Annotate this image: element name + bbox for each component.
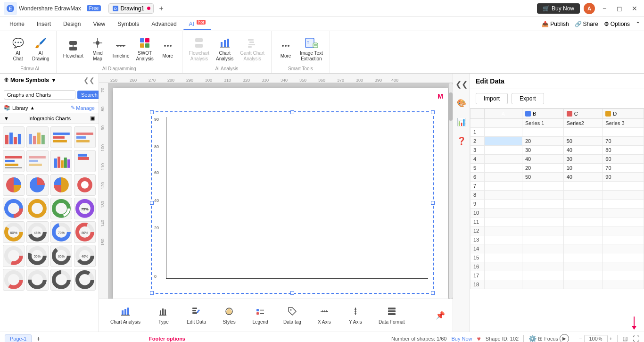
options-button[interactable]: ⚙ Options bbox=[604, 21, 630, 27]
scrollbar-thumb-v[interactable] bbox=[449, 92, 453, 121]
cell-r9-c1[interactable] bbox=[485, 200, 522, 209]
cell-r3-c2[interactable]: 30 bbox=[522, 146, 564, 155]
help-icon[interactable]: ❓ bbox=[455, 134, 468, 147]
cell-r18-c0[interactable]: 18 bbox=[471, 280, 485, 289]
cell-r13-c2[interactable] bbox=[522, 235, 564, 244]
tab-home[interactable]: Home bbox=[4, 19, 30, 29]
chart-thumb-18[interactable]: 45% bbox=[26, 221, 48, 243]
cell-r5-c3[interactable]: 10 bbox=[563, 164, 603, 173]
cell-r14-c2[interactable] bbox=[522, 244, 564, 253]
cell-r5-c4[interactable]: 70 bbox=[603, 164, 644, 173]
minimize-button[interactable]: − bbox=[599, 3, 610, 14]
settings-icon[interactable]: ⚙️ bbox=[528, 335, 537, 342]
cell-r12-c4[interactable] bbox=[603, 226, 644, 235]
add-page-button[interactable]: + bbox=[33, 334, 43, 342]
chart-thumb-15[interactable] bbox=[50, 198, 72, 219]
zoom-level[interactable]: 100% bbox=[584, 335, 608, 342]
cell-r17-c0[interactable]: 17 bbox=[471, 271, 485, 280]
toolbar-chart-analysis[interactable]: Chart Analysis bbox=[107, 305, 144, 326]
image-text-extraction-button[interactable]: T Image TextExtraction bbox=[297, 34, 326, 64]
timeline-button[interactable]: Timeline bbox=[109, 37, 132, 61]
add-tab-button[interactable]: + bbox=[156, 3, 167, 14]
cell-r17-c4[interactable] bbox=[603, 271, 644, 280]
cell-r15-c3[interactable] bbox=[563, 253, 603, 262]
tab-advanced[interactable]: Advanced bbox=[146, 19, 182, 29]
flowchart-button[interactable]: Flowchart bbox=[60, 37, 86, 61]
chart-thumb-28[interactable] bbox=[74, 269, 96, 291]
chart-thumb-1[interactable] bbox=[3, 126, 25, 148]
cell-r6-c4[interactable]: 90 bbox=[603, 173, 644, 182]
expand-collapse-icon[interactable]: ❮❮ bbox=[455, 77, 468, 91]
cell-r9-c0[interactable]: 9 bbox=[471, 200, 485, 209]
cell-r18-c1[interactable] bbox=[485, 280, 522, 289]
more-symbols-button[interactable]: ⁜ More Symbols ▼ bbox=[4, 77, 57, 83]
handle-tr[interactable] bbox=[431, 110, 435, 114]
chart-thumb-5[interactable] bbox=[3, 150, 25, 172]
cell-r8-c0[interactable]: 8 bbox=[471, 191, 485, 200]
chart-panel-icon[interactable]: 📊 bbox=[455, 115, 468, 128]
chart-thumb-17[interactable]: 60% bbox=[3, 221, 25, 243]
cell-r17-c2[interactable] bbox=[522, 271, 564, 280]
cell-r12-c1[interactable] bbox=[485, 226, 522, 235]
cell-r8-c3[interactable] bbox=[563, 191, 603, 200]
cell-r3-c0[interactable]: 3 bbox=[471, 146, 485, 155]
cell-r2-c3[interactable]: 50 bbox=[563, 137, 603, 146]
tab-insert[interactable]: Insert bbox=[31, 19, 57, 29]
cell-r4-c1[interactable] bbox=[485, 155, 522, 164]
cell-r7-c1[interactable] bbox=[485, 182, 522, 191]
cell-r17-c1[interactable] bbox=[485, 271, 522, 280]
chart-thumb-27[interactable] bbox=[50, 269, 72, 291]
cell-r18-c4[interactable] bbox=[603, 280, 644, 289]
cell-r10-c3[interactable] bbox=[563, 209, 603, 217]
cell-r8-c1[interactable] bbox=[485, 191, 522, 200]
cell-r7-c4[interactable] bbox=[603, 182, 644, 191]
chart-thumb-9[interactable] bbox=[3, 174, 25, 196]
search-input[interactable] bbox=[4, 90, 75, 100]
col-header-a[interactable]: A bbox=[485, 109, 522, 119]
cell-r18-c3[interactable] bbox=[563, 280, 603, 289]
cell-r16-c2[interactable] bbox=[522, 262, 564, 271]
toolbar-y-axis[interactable]: Y Axis bbox=[344, 305, 367, 326]
cell-r18-c2[interactable] bbox=[522, 280, 564, 289]
focus-icon[interactable]: ⊞ bbox=[538, 335, 543, 342]
cell-r4-c0[interactable]: 4 bbox=[471, 155, 485, 164]
export-button[interactable]: Export bbox=[512, 93, 544, 104]
chart-thumb-19[interactable]: 70% bbox=[50, 221, 72, 243]
cell-r9-c3[interactable] bbox=[563, 200, 603, 209]
expand-button[interactable]: ⌃ bbox=[636, 21, 640, 27]
tab-ai[interactable]: AI hot bbox=[183, 18, 211, 30]
handle-bc[interactable] bbox=[290, 291, 294, 295]
play-button[interactable]: ▶ bbox=[560, 334, 569, 342]
cell-r1-c1[interactable] bbox=[485, 128, 522, 137]
cell-r11-c4[interactable] bbox=[603, 217, 644, 226]
cell-r15-c4[interactable] bbox=[603, 253, 644, 262]
cell-r7-c2[interactable] bbox=[522, 182, 564, 191]
cell-r11-c2[interactable] bbox=[522, 217, 564, 226]
handle-br[interactable] bbox=[431, 291, 435, 295]
sidebar-collapse-button[interactable]: ❮❮ bbox=[83, 76, 95, 84]
format-panel-icon[interactable]: 🎨 bbox=[455, 96, 468, 109]
chart-thumb-16[interactable]: 75% bbox=[74, 198, 96, 219]
cell-r15-c1[interactable] bbox=[485, 253, 522, 262]
cell-r6-c2[interactable]: 50 bbox=[522, 173, 564, 182]
pin-icon[interactable]: 📌 bbox=[436, 311, 445, 320]
cell-r2-c4[interactable]: 70 bbox=[603, 137, 644, 146]
cell-r9-c2[interactable] bbox=[522, 200, 564, 209]
section-title[interactable]: ▼ Infographic Charts ▣ bbox=[0, 113, 99, 124]
more-diagramming-button[interactable]: More bbox=[157, 37, 178, 61]
cell-r7-c0[interactable]: 7 bbox=[471, 182, 485, 191]
tab-design[interactable]: Design bbox=[58, 19, 86, 29]
chart-thumb-6[interactable] bbox=[26, 150, 48, 172]
zoom-in-button[interactable]: + bbox=[610, 336, 612, 342]
cell-r5-c0[interactable]: 5 bbox=[471, 164, 485, 173]
cell-r17-c3[interactable] bbox=[563, 271, 603, 280]
chart-thumb-20[interactable]: 80% bbox=[74, 221, 96, 243]
tab-view[interactable]: View bbox=[87, 19, 111, 29]
cell-r1-c4[interactable] bbox=[603, 128, 644, 137]
toolbar-styles[interactable]: Styles bbox=[217, 305, 241, 326]
selection-box[interactable]: 90 80 60 40 20 0 bbox=[151, 111, 434, 294]
toolbar-x-axis[interactable]: X Axis bbox=[313, 305, 336, 326]
chart-thumb-2[interactable] bbox=[26, 126, 48, 148]
footer-options-label[interactable]: Footer options bbox=[149, 336, 185, 342]
cell-r9-c4[interactable] bbox=[603, 200, 644, 209]
